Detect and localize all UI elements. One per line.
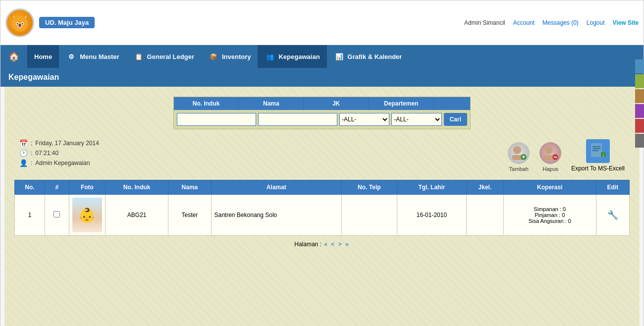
- employee-table: No. # Foto No. Induk Nama Alamat No. Tel…: [14, 180, 630, 236]
- nav-grafik[interactable]: 📊 Grafik & Kalender: [327, 45, 409, 68]
- cell-no-induk: ABG21: [105, 195, 168, 236]
- col-alamat: Alamat: [211, 180, 341, 195]
- user-separator: :: [31, 160, 32, 166]
- date-value: Friday, 17 January 2014: [35, 140, 99, 147]
- nav-kepegawaian[interactable]: 👥 Kepegawaian: [258, 45, 326, 68]
- svg-point-8: [22, 23, 23, 24]
- tambah-button[interactable]: + Tambah: [508, 142, 530, 172]
- pagination-label: Halaman :: [294, 241, 322, 248]
- date-separator: :: [31, 140, 32, 147]
- page-prev[interactable]: <: [331, 241, 334, 248]
- search-header-departemen: Departemen: [369, 97, 434, 110]
- time-value: 07:21:40: [35, 150, 58, 157]
- viewsite-link[interactable]: View Site: [613, 19, 639, 26]
- svg-rect-25: [592, 150, 598, 151]
- col-no: No.: [15, 180, 45, 195]
- col-jkel: Jkel.: [467, 180, 504, 195]
- svg-rect-14: [512, 155, 522, 160]
- calendar-icon: 📅: [19, 139, 28, 147]
- account-link[interactable]: Account: [513, 19, 535, 26]
- main-content: No. Induk Nama JK Departemen -ALL- L P -…: [4, 87, 640, 326]
- swatch-blue[interactable]: [635, 59, 644, 73]
- svg-text:↓: ↓: [602, 152, 605, 158]
- svg-text:+: +: [522, 154, 526, 161]
- col-no-induk: No. Induk: [105, 180, 168, 195]
- nav-home-icon[interactable]: 🏠: [0, 45, 27, 68]
- search-jk[interactable]: -ALL- L P: [339, 113, 389, 126]
- company-name: UD. Maju Jaya: [39, 17, 95, 28]
- nav-menu-master-label: Menu Master: [80, 53, 119, 60]
- row-checkbox[interactable]: [54, 211, 60, 217]
- grafik-icon: 📊: [334, 51, 345, 62]
- svg-rect-18: [544, 155, 554, 160]
- page-first[interactable]: «: [324, 241, 327, 248]
- color-swatches: [635, 59, 644, 148]
- koperasi-angsuran: Sisa Angsuran : 0: [507, 218, 593, 224]
- nav-general-ledger-label: General Ledger: [147, 53, 194, 60]
- top-navigation: Admin Simancil Account Messages (0) Logo…: [464, 19, 639, 26]
- search-nama[interactable]: [258, 113, 337, 126]
- svg-point-7: [17, 23, 18, 24]
- search-header-nama: Nama: [239, 97, 304, 110]
- cell-koperasi: Simpanan : 0 Pinjaman : 0 Sisa Angsuran …: [503, 195, 596, 236]
- employee-photo: 👶: [72, 198, 102, 232]
- svg-point-17: [545, 146, 553, 154]
- delete-person-icon: −: [539, 142, 561, 164]
- nav-kepegawaian-label: Kepegawaian: [278, 53, 320, 60]
- inventory-icon: 📦: [208, 51, 219, 62]
- hapus-label: Hapus: [542, 166, 558, 172]
- cell-foto: 👶: [69, 195, 105, 236]
- cell-no-telp: [341, 195, 397, 236]
- page-last[interactable]: »: [345, 241, 349, 248]
- search-button[interactable]: Cari: [444, 113, 467, 126]
- cell-no: 1: [15, 195, 45, 236]
- nav-home-label: Home: [34, 53, 52, 60]
- nav-grafik-label: Grafik & Kalender: [348, 53, 402, 60]
- nav-menu-master[interactable]: ⚙ Menu Master: [59, 45, 126, 68]
- cell-alamat: Santren Bekonang Solo: [211, 195, 341, 236]
- table-row: 1 👶 ABG21 Tester Santren Bekonang Solo 1…: [15, 195, 630, 236]
- nav-general-ledger[interactable]: 📋 General Ledger: [126, 45, 201, 68]
- nav-inventory[interactable]: 📦 Inventory: [201, 45, 258, 68]
- hapus-button[interactable]: − Hapus: [539, 142, 561, 172]
- col-koperasi: Koperasi: [503, 180, 596, 195]
- edit-icon[interactable]: 🔧: [607, 210, 618, 220]
- user-value: Admin Kepegawaian: [35, 160, 90, 166]
- date-info: 📅 : Friday, 17 January 2014 🕐 : 07:21:40…: [19, 139, 99, 169]
- swatch-brown[interactable]: [635, 89, 644, 103]
- swatch-green[interactable]: [635, 74, 644, 88]
- search-header-action: [434, 97, 470, 110]
- swatch-gray[interactable]: [635, 134, 644, 148]
- export-button[interactable]: ↓ Export To MS-Excell: [571, 139, 625, 172]
- pagination: Halaman : « < > »: [14, 241, 630, 248]
- ledger-icon: 📋: [133, 51, 144, 62]
- col-no-telp: No. Telp: [341, 180, 397, 195]
- svg-rect-24: [592, 148, 600, 149]
- swatch-red[interactable]: [635, 119, 644, 133]
- search-form: No. Induk Nama JK Departemen -ALL- L P -…: [173, 97, 471, 129]
- search-departemen[interactable]: -ALL- Staff Manager: [391, 113, 441, 126]
- messages-link[interactable]: Messages (0): [542, 19, 579, 26]
- col-foto: Foto: [69, 180, 105, 195]
- svg-text:−: −: [553, 153, 557, 161]
- nav-home[interactable]: Home: [27, 45, 59, 68]
- col-check: #: [45, 180, 69, 195]
- svg-rect-23: [592, 146, 600, 147]
- search-header-jk: JK: [304, 97, 369, 110]
- cell-jkel: [467, 195, 504, 236]
- swatch-purple[interactable]: [635, 104, 644, 118]
- search-no-induk[interactable]: [177, 113, 256, 126]
- svg-point-13: [513, 146, 521, 154]
- page-next[interactable]: >: [338, 241, 342, 248]
- cell-edit[interactable]: 🔧: [596, 195, 629, 236]
- cell-checkbox[interactable]: [45, 195, 69, 236]
- nav-inventory-label: Inventory: [222, 53, 251, 60]
- clock-icon: 🕐: [19, 149, 28, 157]
- page-title: Kepegawaian: [0, 68, 644, 87]
- logo: [5, 8, 34, 37]
- logout-link[interactable]: Logout: [587, 19, 605, 26]
- navigation-bar: 🏠 Home ⚙ Menu Master 📋 General Ledger 📦 …: [0, 45, 644, 68]
- user-icon: 👤: [19, 159, 28, 167]
- gear-icon: ⚙: [66, 51, 77, 62]
- export-label: Export To MS-Excell: [571, 165, 625, 172]
